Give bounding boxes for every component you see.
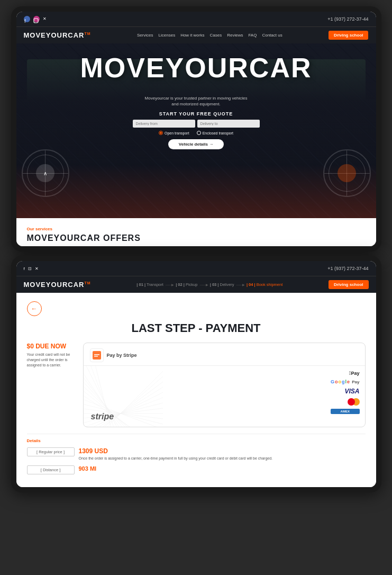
nav-logo: MOVEYOURCARTM bbox=[24, 31, 91, 39]
distance-amount: 903 MI bbox=[79, 465, 366, 472]
bc-separator-1: — — ▶ bbox=[166, 283, 174, 286]
bc-step-delivery: | 03 | Delivery bbox=[210, 282, 234, 287]
svg-text:f: f bbox=[24, 19, 26, 23]
due-now-note: Your credit card will not be charged unt… bbox=[27, 352, 75, 367]
transport-type: Open transport Enclosed transport bbox=[133, 131, 260, 135]
pay-facebook-icon[interactable]: f bbox=[24, 266, 25, 271]
svg-rect-4 bbox=[94, 356, 98, 357]
pay-twitter-icon[interactable]: ✕ bbox=[35, 266, 39, 271]
wheel-left: ∧ bbox=[22, 149, 69, 197]
enclosed-transport-radio[interactable]: Enclosed transport bbox=[197, 131, 233, 135]
services-label: Our services bbox=[27, 227, 366, 231]
payment-page: f ⊡ ✕ +1 (937) 272-37-44 MOVEYOURCARTM |… bbox=[16, 261, 376, 487]
nav-faq[interactable]: FAQ bbox=[248, 33, 257, 38]
distance-row: [ Distance ] 903 MI bbox=[27, 465, 366, 474]
payment-layout: $0 DUE NOW Your credit card will not be … bbox=[27, 343, 366, 427]
social-icons: f ✕ bbox=[24, 16, 47, 22]
bc-separator-3: — — ▶ bbox=[236, 283, 244, 286]
hero-title: MOVEYOURCAR bbox=[16, 54, 376, 82]
amex-method[interactable]: AMEX bbox=[331, 409, 360, 414]
svg-rect-3 bbox=[94, 354, 99, 355]
stripe-logo: stripe bbox=[91, 412, 114, 421]
bottom-tablet: f ⊡ ✕ +1 (937) 272-37-44 MOVEYOURCARTM |… bbox=[11, 256, 381, 492]
stripe-payment-card: Pay by Stripe bbox=[83, 343, 366, 427]
nav-reviews[interactable]: Reviews bbox=[227, 33, 243, 38]
top-tablet-inner: f ✕ +1 (937) 272-37-44 MOVEYOURCARTM Ser… bbox=[16, 12, 376, 246]
nav-cases[interactable]: Cases bbox=[209, 33, 222, 38]
pay-social-icons: f ⊡ ✕ bbox=[24, 266, 39, 271]
top-tablet: f ✕ +1 (937) 272-37-44 MOVEYOURCARTM Ser… bbox=[11, 6, 381, 251]
instagram-icon[interactable] bbox=[33, 16, 40, 22]
price-amount: 1309 USD bbox=[79, 447, 366, 455]
details-label: Details bbox=[27, 438, 366, 443]
payment-title: LAST STEP - PAYMENT bbox=[27, 321, 366, 335]
svg-rect-1 bbox=[34, 19, 38, 23]
bc-step-pickup: | 02 | Pickup bbox=[176, 282, 197, 287]
apple-pay-method[interactable]: Pay bbox=[331, 370, 360, 376]
twitter-icon[interactable]: ✕ bbox=[43, 16, 47, 22]
pay-nav-logo: MOVEYOURCARTM bbox=[24, 281, 91, 289]
regular-price-value: 1309 USD Once the order is assigned to a… bbox=[79, 447, 366, 461]
stripe-icon bbox=[90, 348, 104, 362]
nav-contact[interactable]: Contact us bbox=[262, 33, 282, 38]
details-section: Details [ Regular price ] 1309 USD Once … bbox=[27, 434, 366, 474]
hero-inputs bbox=[133, 120, 260, 128]
nav-licenses[interactable]: Licenses bbox=[159, 33, 176, 38]
pay-top-bar: f ⊡ ✕ +1 (937) 272-37-44 bbox=[16, 261, 376, 276]
vehicle-details-button[interactable]: Vehicle details → bbox=[168, 139, 224, 149]
open-transport-radio[interactable]: Open transport bbox=[159, 131, 189, 135]
distance-value: 903 MI bbox=[79, 465, 366, 472]
svg-line-17 bbox=[84, 392, 158, 427]
payment-methods-list: Pay Google Pay VISA AMEX bbox=[331, 370, 360, 414]
facebook-icon[interactable]: f bbox=[24, 16, 30, 22]
pay-phone-number: +1 (937) 272-37-44 bbox=[327, 266, 368, 271]
payment-body: ← LAST STEP - PAYMENT $0 DUE NOW Your cr… bbox=[16, 293, 376, 487]
pay-nav: MOVEYOURCARTM | 01 | Transport — — ▶ | 0… bbox=[16, 276, 376, 293]
breadcrumb: | 01 | Transport — — ▶ | 02 | Pickup — —… bbox=[136, 282, 282, 287]
due-now-amount: $0 DUE NOW bbox=[27, 343, 75, 350]
services-section: Our services MOVEYOURCAR OFFERS bbox=[16, 218, 376, 246]
quote-box: START YOUR FREE QUOTE Open transport Enc… bbox=[133, 111, 260, 149]
bc-step-book: | 04 | Book shipment bbox=[247, 282, 282, 287]
pay-instagram-icon[interactable]: ⊡ bbox=[28, 266, 32, 271]
delivery-to-input[interactable] bbox=[197, 120, 260, 128]
stripe-card-body: stripe Pay Google Pay VISA bbox=[84, 366, 365, 427]
nav-links: Services Licenses How it works Cases Rev… bbox=[137, 33, 282, 38]
svg-rect-2 bbox=[93, 351, 101, 360]
mastercard-method[interactable] bbox=[331, 398, 360, 406]
quote-title: START YOUR FREE QUOTE bbox=[133, 111, 260, 116]
distance-key: [ Distance ] bbox=[27, 465, 75, 474]
hero-section: MOVEYOURCAR Moveyourcar is your trusted … bbox=[16, 43, 376, 218]
regular-price-row: [ Regular price ] 1309 USD Once the orde… bbox=[27, 447, 366, 461]
hero-subtitle: Moveyourcar is your trusted partner in m… bbox=[16, 95, 376, 107]
stripe-card-header: Pay by Stripe bbox=[84, 343, 365, 366]
nav-services[interactable]: Services bbox=[137, 33, 153, 38]
stripe-card-label: Pay by Stripe bbox=[107, 353, 137, 358]
services-heading: MOVEYOURCAR OFFERS bbox=[27, 233, 366, 243]
back-button[interactable]: ← bbox=[27, 301, 42, 316]
bc-step-transport: | 01 | Transport bbox=[136, 282, 163, 287]
top-bar: f ✕ +1 (937) 272-37-44 bbox=[16, 12, 376, 26]
website-screenshot: f ✕ +1 (937) 272-37-44 MOVEYOURCARTM Ser… bbox=[16, 12, 376, 246]
delivery-from-input[interactable] bbox=[133, 120, 195, 128]
pay-driving-school-button[interactable]: Driving school bbox=[329, 280, 369, 289]
regular-price-key: [ Regular price ] bbox=[27, 447, 75, 456]
driving-school-button[interactable]: Driving school bbox=[329, 31, 369, 40]
bottom-tablet-inner: f ⊡ ✕ +1 (937) 272-37-44 MOVEYOURCARTM |… bbox=[16, 261, 376, 487]
phone-number: +1 (937) 272-37-44 bbox=[327, 16, 368, 22]
google-pay-method[interactable]: Google Pay bbox=[331, 379, 360, 384]
nav-bar: MOVEYOURCARTM Services Licenses How it w… bbox=[16, 26, 376, 43]
due-now-section: $0 DUE NOW Your credit card will not be … bbox=[27, 343, 75, 427]
bc-separator-2: — — ▶ bbox=[199, 283, 207, 286]
price-note: Once the order is assigned to a carrier,… bbox=[79, 456, 366, 461]
visa-method[interactable]: VISA bbox=[331, 388, 360, 395]
wheel-right bbox=[323, 149, 371, 197]
nav-how-it-works[interactable]: How it works bbox=[180, 33, 204, 38]
